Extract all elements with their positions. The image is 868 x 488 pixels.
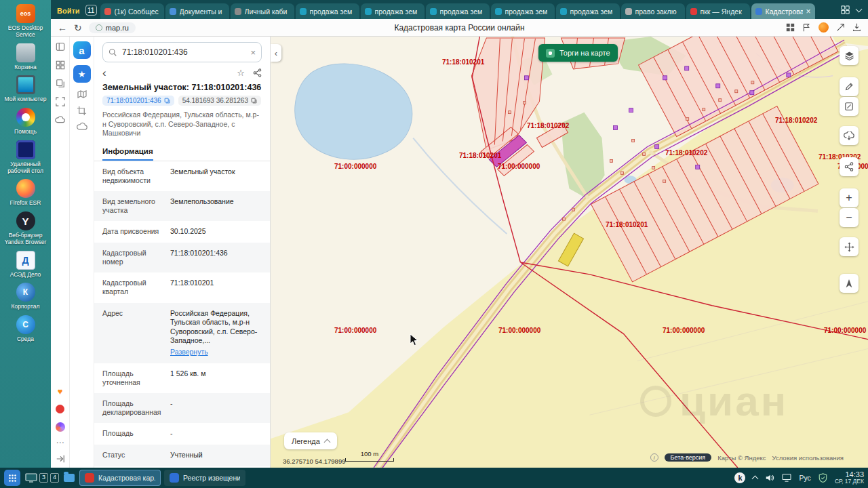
taskbar-task[interactable]: Реестр извещени... — [164, 470, 245, 486]
share-parcel-icon[interactable] — [253, 68, 262, 77]
beta-badge: Бета-версия — [665, 453, 712, 462]
copy-page-icon[interactable] — [56, 79, 65, 88]
tab-count-badge[interactable]: 11 — [85, 5, 97, 16]
security-shield-icon[interactable] — [818, 473, 827, 483]
chevron-down-icon[interactable] — [856, 6, 863, 13]
desktop-icon-list: EOS Desktop ServiceКорзинаМой компьютерП… — [0, 0, 51, 343]
tabs-grid-icon[interactable] — [56, 60, 65, 70]
share-map-button[interactable] — [840, 157, 859, 176]
info-icon[interactable]: i — [650, 453, 658, 462]
browser-tab[interactable]: продажа зем — [426, 3, 490, 19]
measure-button[interactable] — [840, 77, 859, 96]
flag-icon[interactable] — [802, 23, 811, 32]
map-layers-icon[interactable] — [77, 89, 87, 100]
alice-assistant-icon[interactable] — [56, 422, 65, 432]
zoom-in-button[interactable]: + — [840, 188, 859, 207]
copy-icon[interactable] — [164, 98, 170, 104]
browser-tab[interactable]: Личный каби — [231, 3, 294, 19]
tray-app-icon[interactable]: k — [734, 472, 745, 483]
desktop-icon-help[interactable]: Помощь — [1, 108, 51, 136]
clear-search-icon[interactable]: × — [250, 47, 256, 58]
layers-button[interactable] — [840, 46, 859, 65]
map-area[interactable]: 71:18:01020171:18:01020271:18:01020171:0… — [271, 37, 868, 468]
browser-tab[interactable]: пкк — Яндек — [686, 3, 750, 19]
tab-strip: (1к) СообщесДокументы иЛичный кабипродаж… — [100, 3, 835, 19]
browser-tab[interactable]: продажа зем — [556, 3, 620, 19]
cadastral-number-chip[interactable]: 71:18:010201:436 — [102, 96, 174, 106]
desktop-icon-eos[interactable]: EOS Desktop Service — [1, 4, 51, 39]
parcel-chips: 71:18:010201:436 54.181693 36.281263 — [94, 93, 270, 108]
desktop-icon-firefox[interactable]: Firefox ESR — [1, 179, 51, 207]
desktop-icon-yandex[interactable]: Веб-браузер Yandex Browser — [1, 211, 51, 246]
favorites-heart-icon[interactable]: ♥ — [58, 387, 63, 396]
desktop-icon-korportal[interactable]: Корпортал — [1, 283, 51, 310]
browser-tab[interactable]: Кадастровая× — [751, 3, 815, 19]
cloud-service-icon[interactable] — [77, 122, 87, 130]
more-options-icon[interactable]: ⋯ — [56, 441, 64, 445]
browser-window: Войти 11 (1к) СообщесДокументы иЛичный к… — [51, 0, 868, 468]
legend-button[interactable]: Легенда — [284, 432, 337, 449]
draw-button[interactable] — [840, 97, 859, 116]
bookmark-star-icon[interactable]: ☆ — [237, 68, 245, 78]
copy-icon[interactable] — [251, 98, 257, 104]
start-menu-button[interactable] — [4, 470, 20, 486]
desktop-icon-delo[interactable]: АСЭД Дело — [1, 251, 51, 279]
reload-button[interactable]: ↻ — [74, 23, 82, 33]
address-bar[interactable]: map.ru — [89, 22, 136, 33]
map-canvas[interactable] — [271, 37, 868, 468]
tab-groups-icon[interactable] — [841, 5, 850, 14]
coordinates-chip[interactable]: 54.181693 36.281263 — [178, 96, 261, 106]
computer-icon — [16, 75, 35, 94]
back-button[interactable]: ← — [58, 23, 67, 33]
download-icon[interactable] — [852, 23, 861, 32]
pan-button[interactable] — [840, 237, 859, 256]
desktop-icon-trash[interactable]: Корзина — [1, 43, 51, 71]
search-box[interactable]: × — [102, 42, 262, 62]
tab-information[interactable]: Информация — [102, 147, 153, 161]
terms-link[interactable]: Условия использования — [772, 454, 844, 462]
torgi-icon — [546, 49, 555, 58]
favorites-star-button[interactable]: ★ — [73, 65, 91, 83]
browser-tab[interactable]: (1к) Сообщес — [100, 3, 164, 19]
display-icon[interactable] — [782, 474, 791, 482]
desktop-icon-rdp[interactable]: Удалённый рабочий стол — [1, 140, 51, 175]
keyboard-layout-indicator[interactable]: Рус — [799, 474, 810, 482]
browser-tab[interactable]: продажа зем — [296, 3, 359, 19]
site-logo[interactable]: a — [73, 41, 91, 59]
save-offline-button[interactable] — [840, 126, 859, 145]
expand-address-link[interactable]: Развернуть — [170, 348, 262, 357]
virtual-desktop-pager[interactable]: 3 4 — [25, 473, 59, 483]
sidebar-panel-icon[interactable] — [56, 42, 65, 52]
info-value: 71:18:010201 — [170, 279, 262, 296]
cloud-icon[interactable] — [55, 115, 65, 123]
torgi-map-button[interactable]: Торги на карте — [538, 44, 618, 62]
desktop-4-button[interactable]: 4 — [50, 473, 59, 483]
collapse-panel-button[interactable]: ‹ — [271, 44, 281, 62]
profile-avatar[interactable] — [818, 22, 829, 33]
share-icon[interactable] — [836, 23, 845, 32]
browser-tab[interactable]: право заклю — [621, 3, 685, 19]
tray-expand-icon[interactable] — [752, 476, 759, 483]
collapse-rail-icon[interactable] — [56, 454, 65, 464]
desktop-icon-sreda[interactable]: Среда — [1, 315, 51, 343]
clock[interactable]: 14:33 СР, 17 ДЕК — [835, 470, 864, 485]
volume-icon[interactable] — [765, 473, 774, 483]
browser-tab[interactable]: продажа зем — [361, 3, 425, 19]
tab-close-icon[interactable]: × — [806, 7, 811, 16]
browser-tab[interactable]: Документы и — [165, 3, 229, 19]
screenshot-frame-icon[interactable] — [56, 97, 65, 106]
task-list: Кадастровая кар...Реестр извещени... — [79, 470, 245, 486]
extensions-icon[interactable] — [786, 23, 795, 32]
zoom-out-button[interactable]: − — [840, 208, 859, 227]
search-input[interactable] — [121, 47, 246, 58]
taskbar-task[interactable]: Кадастровая кар... — [79, 470, 161, 486]
browser-tab[interactable]: продажа зем — [491, 3, 555, 19]
browser-login-button[interactable]: Войти — [55, 7, 82, 19]
desktop-3-button[interactable]: 3 — [39, 473, 48, 483]
file-manager-icon[interactable] — [64, 474, 75, 482]
panel-back-button[interactable]: ‹ — [102, 67, 106, 79]
desktop-icon-computer[interactable]: Мой компьютер — [1, 75, 51, 103]
messenger-icon[interactable] — [56, 405, 64, 413]
locate-button[interactable] — [840, 274, 859, 293]
crop-tool-icon[interactable] — [77, 106, 87, 116]
